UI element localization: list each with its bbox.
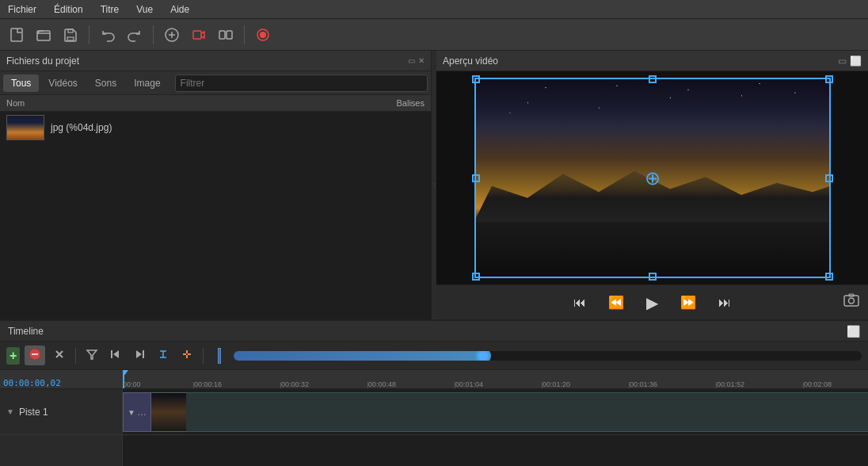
svg-rect-7 bbox=[193, 31, 201, 39]
preview-minimize-icon[interactable]: ▭ bbox=[838, 55, 847, 67]
svg-rect-8 bbox=[219, 31, 225, 39]
ruler-mark-6: 00:01:36 bbox=[630, 370, 717, 388]
svg-rect-21 bbox=[143, 350, 144, 358]
minimize-icon[interactable]: ▭ bbox=[408, 56, 415, 65]
ruler-label-spacer: 00:00:00,02 bbox=[0, 370, 122, 389]
redo-button[interactable] bbox=[123, 24, 147, 46]
tab-videos[interactable]: Vidéos bbox=[40, 74, 85, 92]
preview-panel: Aperçu vidéo ▭ ⬜ ⊕ bbox=[436, 51, 868, 319]
file-thumb-0 bbox=[6, 115, 44, 140]
clip-extend-0 bbox=[186, 392, 868, 432]
tabs-row: Tous Vidéos Sons Image bbox=[0, 71, 431, 95]
svg-rect-12 bbox=[844, 296, 858, 306]
video-output-button[interactable] bbox=[187, 24, 211, 46]
transition-button[interactable] bbox=[214, 24, 238, 46]
ruler-mark-2: 00:00:32 bbox=[281, 370, 368, 388]
menu-aide[interactable]: Aide bbox=[167, 2, 192, 17]
close-icon[interactable]: ✕ bbox=[418, 56, 424, 65]
preview-header-icons: ▭ ⬜ bbox=[838, 55, 862, 67]
record-button[interactable] bbox=[251, 24, 275, 46]
col-name-header: Nom bbox=[6, 98, 361, 108]
skip-end-button[interactable]: ⏭ bbox=[714, 292, 736, 313]
cut-button[interactable] bbox=[50, 346, 69, 365]
track-row-0: ▼ … bbox=[123, 389, 868, 435]
ruler-label-2: 00:00:32 bbox=[281, 380, 309, 388]
main-area: Fichiers du projet ▭ ✕ Tous Vidéos Sons … bbox=[0, 51, 868, 319]
clip-settings-button[interactable]: ▼ … bbox=[123, 392, 151, 432]
svg-rect-1 bbox=[37, 31, 50, 40]
go-end-button[interactable] bbox=[130, 346, 149, 365]
svg-marker-18 bbox=[113, 350, 119, 358]
timeline-toolbar: + bbox=[0, 342, 868, 370]
svg-marker-20 bbox=[136, 350, 142, 358]
ruler-label-6: 00:01:36 bbox=[630, 380, 657, 388]
files-list: jpg (%04d.jpg) bbox=[0, 112, 431, 319]
ruler-mark-0: 00:00 bbox=[123, 370, 194, 388]
preview-expand-icon[interactable]: ⬜ bbox=[850, 55, 862, 67]
go-start-button[interactable] bbox=[106, 346, 125, 365]
timeline-section: Timeline ⬜ + bbox=[0, 319, 868, 466]
add-marker-button[interactable] bbox=[154, 346, 173, 365]
tl-sep-2 bbox=[203, 348, 204, 364]
timeline-title: Timeline bbox=[8, 326, 44, 337]
track-labels: 00:00:00,02 ▼ Piste 1 bbox=[0, 370, 123, 466]
file-thumb-strip bbox=[7, 116, 44, 139]
project-panel-header: Fichiers du projet ▭ ✕ bbox=[0, 51, 431, 71]
svg-rect-19 bbox=[111, 350, 112, 358]
project-panel: Fichiers du projet ▭ ✕ Tous Vidéos Sons … bbox=[0, 51, 432, 319]
skip-start-button[interactable]: ⏮ bbox=[569, 292, 591, 313]
project-panel-icons: ▭ ✕ bbox=[408, 56, 424, 65]
rewind-button[interactable]: ⏪ bbox=[603, 292, 629, 313]
track-expand-button[interactable]: ▼ bbox=[6, 407, 14, 416]
svg-marker-17 bbox=[87, 350, 97, 359]
tab-sons[interactable]: Sons bbox=[87, 74, 124, 92]
preview-controls: ⏮ ⏪ ▶ ⏩ ⏭ bbox=[436, 285, 868, 319]
separator-1 bbox=[89, 25, 89, 44]
timeline-body: 00:00:00,02 ▼ Piste 1 00:00 bbox=[0, 370, 868, 466]
menu-vue[interactable]: Vue bbox=[133, 2, 156, 17]
undo-button[interactable] bbox=[96, 24, 120, 46]
menu-fichier[interactable]: Fichier bbox=[5, 2, 40, 17]
ruler-label-1: 00:00:16 bbox=[194, 380, 222, 388]
open-button[interactable] bbox=[32, 24, 55, 46]
timeline-seekbar[interactable] bbox=[234, 351, 862, 361]
svg-rect-0 bbox=[11, 29, 22, 41]
play-button[interactable]: ▶ bbox=[641, 290, 663, 315]
tab-image[interactable]: Image bbox=[126, 74, 168, 92]
svg-rect-9 bbox=[227, 31, 232, 39]
track-name-0: Piste 1 bbox=[19, 407, 48, 418]
tab-tous[interactable]: Tous bbox=[3, 74, 39, 92]
track-content-area: ▼ … bbox=[123, 389, 868, 466]
menu-titre[interactable]: Titre bbox=[97, 2, 123, 17]
new-button[interactable] bbox=[5, 24, 29, 46]
video-canvas: ⊕ bbox=[474, 78, 831, 278]
add-clip-button[interactable] bbox=[160, 24, 184, 46]
ruler-label-4: 00:01:04 bbox=[455, 380, 483, 388]
add-track-button[interactable]: + bbox=[6, 347, 20, 365]
ruler-label-7: 00:01:52 bbox=[717, 380, 744, 388]
save-button[interactable] bbox=[59, 24, 82, 46]
preview-title: Aperçu vidéo bbox=[443, 55, 498, 67]
playhead-cursor-indicator bbox=[210, 346, 229, 365]
timeline-ruler: 00:00 00:00:16 00:00:32 00:00:48 bbox=[123, 370, 868, 389]
separator-3 bbox=[244, 25, 245, 44]
ruler-label-0: 00:00 bbox=[123, 380, 141, 388]
timeline-seekbar-area bbox=[234, 351, 862, 361]
preview-header: Aperçu vidéo ▭ ⬜ bbox=[436, 51, 868, 71]
fast-forward-button[interactable]: ⏩ bbox=[676, 292, 701, 313]
razor-button[interactable] bbox=[25, 346, 45, 365]
toolbar bbox=[0, 19, 868, 51]
col-tags-header: Balises bbox=[361, 98, 424, 108]
screenshot-button[interactable] bbox=[843, 292, 860, 313]
seekbar-thumb[interactable] bbox=[475, 351, 491, 361]
menu-edition[interactable]: Édition bbox=[51, 2, 86, 17]
filter-input[interactable] bbox=[175, 74, 428, 92]
file-item-0[interactable]: jpg (%04d.jpg) bbox=[0, 112, 431, 143]
ruler-mark-4: 00:01:04 bbox=[455, 370, 542, 388]
file-name-0: jpg (%04d.jpg) bbox=[51, 122, 112, 133]
filter-marker-button[interactable] bbox=[82, 346, 101, 365]
track-content-wrapper: 00:00 00:00:16 00:00:32 00:00:48 bbox=[123, 370, 868, 466]
ruler-label-3: 00:00:48 bbox=[368, 380, 396, 388]
snap-button[interactable] bbox=[177, 346, 196, 365]
timeline-expand-icon[interactable]: ⬜ bbox=[847, 325, 860, 338]
